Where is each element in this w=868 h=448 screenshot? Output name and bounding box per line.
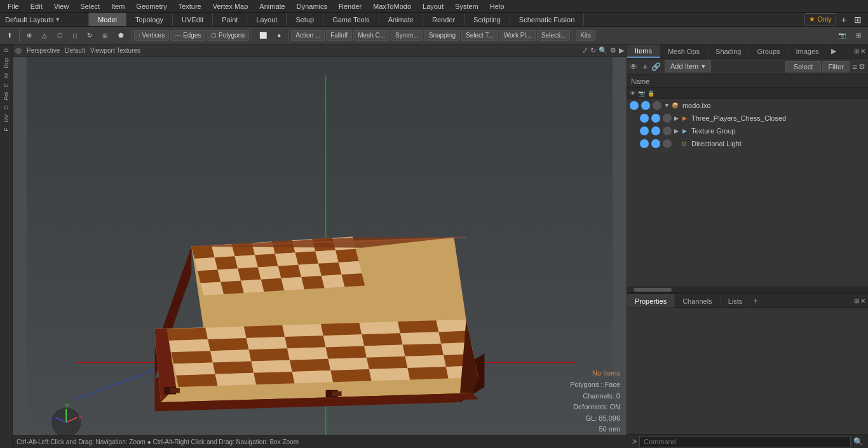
add-layout-icon[interactable]: + — [839, 15, 849, 25]
tool-cam-icon[interactable]: 📷 — [834, 30, 850, 41]
visibility-dot-root[interactable] — [630, 101, 639, 110]
lock-dot-chess[interactable] — [663, 114, 672, 123]
prop-add-icon[interactable]: + — [753, 297, 757, 306]
tool-mesh[interactable]: Mesh C... — [353, 30, 390, 41]
sidebar-item-c[interactable]: C — [3, 103, 10, 112]
tool-vertices[interactable]: · Vertices — [134, 30, 169, 41]
render-dot-chess[interactable] — [651, 114, 660, 123]
render-dot-texgroup[interactable] — [651, 126, 660, 135]
maximize-icon[interactable]: ⊞ — [851, 15, 864, 25]
tool-hex[interactable]: ⬡ — [53, 30, 67, 41]
menu-system[interactable]: System — [450, 1, 484, 11]
sidebar-item-d[interactable]: D — [3, 46, 10, 55]
panel-options-icon[interactable]: ≡ — [852, 62, 857, 72]
tool-rotate[interactable]: ↻ — [83, 30, 97, 41]
tool-symmetry[interactable]: Symm... — [391, 30, 423, 41]
tool-select-t[interactable]: Select T... — [461, 30, 498, 41]
visibility-icon[interactable]: 👁 — [630, 62, 637, 71]
tab-setup[interactable]: Setup — [287, 13, 323, 26]
tool-toggle[interactable]: ⬜ — [255, 30, 271, 41]
star-only-badge[interactable]: ★ Only — [804, 13, 836, 25]
select-button[interactable]: Select — [785, 61, 822, 72]
tool-square[interactable]: □ — [69, 30, 81, 41]
menu-render[interactable]: Render — [334, 1, 367, 11]
tab-gametools[interactable]: Game Tools — [323, 13, 379, 26]
panel-tab-groups[interactable]: Groups — [749, 44, 788, 58]
add-item-button[interactable]: Add Item ▾ — [665, 60, 711, 72]
tab-model[interactable]: Model — [89, 13, 126, 26]
menu-layout[interactable]: Layout — [417, 1, 449, 11]
viewport[interactable]: Perspective Default Viewport Textures ⤢ … — [13, 44, 627, 448]
sidebar-item-e[interactable]: E — [3, 81, 10, 90]
prop-undock-icon[interactable]: ⊞ — [854, 297, 859, 304]
panel-tabs-more-icon[interactable]: ▶ — [829, 47, 839, 55]
panel-undock-icon[interactable]: ⊞ — [854, 48, 859, 55]
tool-snapping[interactable]: Snapping — [424, 30, 460, 41]
tab-scripting[interactable]: Scripting — [465, 13, 510, 26]
panel-gear-icon[interactable]: ⚙ — [858, 62, 865, 71]
scene-item-light[interactable]: ▶ ⊙ Directional Light — [627, 137, 868, 150]
menu-vertexmap[interactable]: Vertex Map — [208, 1, 254, 11]
viewport-texture-label[interactable]: Viewport Textures — [90, 47, 140, 54]
sidebar-item-m[interactable]: M — [3, 71, 10, 81]
menu-edit[interactable]: Edit — [25, 1, 48, 11]
tool-sphere[interactable]: ● — [273, 30, 285, 41]
menu-item[interactable]: Item — [106, 1, 130, 11]
tool-ring[interactable]: ◎ — [98, 30, 112, 41]
viewport-canvas[interactable]: X Y Z No Items Polygons : Face Channels:… — [13, 57, 627, 448]
tool-triangle[interactable]: △ — [37, 30, 51, 41]
viewport-settings-icon[interactable]: ⚙ — [610, 46, 616, 55]
lock-dot-light[interactable] — [663, 139, 672, 148]
tool-circle[interactable]: ⊕ — [22, 30, 36, 41]
tab-schematic[interactable]: Schematic Fusion — [510, 13, 584, 26]
menu-select[interactable]: Select — [75, 1, 105, 11]
render-dot-light[interactable] — [651, 139, 660, 148]
panel-tab-images[interactable]: Images — [789, 44, 827, 58]
tab-render[interactable]: Render — [423, 13, 465, 26]
tab-paint[interactable]: Paint — [213, 13, 247, 26]
sidebar-item-dup[interactable]: Dup — [3, 55, 10, 71]
visibility-dot-chess[interactable] — [640, 114, 649, 123]
expand-root-icon[interactable]: ▼ — [664, 102, 670, 109]
sidebar-item-uv[interactable]: UV — [3, 112, 10, 125]
viewport-shading-label[interactable]: Default — [65, 47, 85, 54]
viewport-more-icon[interactable]: ▶ — [619, 46, 624, 55]
viewport-rotate-icon[interactable]: ↻ — [590, 46, 596, 55]
tool-kits[interactable]: Kits — [576, 30, 595, 41]
panel-close-icon[interactable]: ✕ — [860, 48, 865, 55]
command-input[interactable] — [639, 436, 851, 447]
tool-selection[interactable]: Selecti... — [537, 30, 570, 41]
prop-tab-properties[interactable]: Properties — [627, 294, 675, 308]
menu-maxtomodo[interactable]: MaxToModo — [368, 1, 416, 11]
panel-tab-meshops[interactable]: Mesh Ops — [660, 44, 708, 58]
prop-close-icon[interactable]: ✕ — [860, 297, 865, 304]
menu-help[interactable]: Help — [485, 1, 510, 11]
tool-polygons[interactable]: ⬡ Polygons — [207, 30, 249, 41]
tool-workplane[interactable]: Work Pl... — [499, 30, 536, 41]
menu-texture[interactable]: Texture — [173, 1, 207, 11]
scene-item-texgroup[interactable]: ▶ ▶ Texture Group — [627, 125, 868, 137]
link-icon[interactable]: 🔗 — [651, 62, 661, 71]
sidebar-item-pol[interactable]: Pol — [3, 90, 10, 103]
viewport-fit-icon[interactable]: ⤢ — [582, 46, 588, 55]
expand-texgroup-icon[interactable]: ▶ — [674, 128, 679, 134]
panel-tab-items[interactable]: Items — [627, 44, 660, 58]
visibility-dot-texgroup[interactable] — [640, 126, 649, 135]
tool-edges[interactable]: ― Edges — [170, 30, 205, 41]
menu-file[interactable]: File — [3, 1, 24, 11]
tab-animate[interactable]: Animate — [379, 13, 423, 26]
filter-button[interactable]: Filter — [822, 61, 849, 72]
add-item-icon[interactable]: + — [640, 62, 650, 72]
tool-action[interactable]: Action ... — [291, 30, 325, 41]
viewport-perspective-label[interactable]: Perspective — [27, 47, 60, 54]
panel-tab-shading[interactable]: Shading — [708, 44, 749, 58]
tab-layout[interactable]: Layout — [247, 13, 287, 26]
lock-dot-root[interactable] — [653, 101, 661, 110]
menu-dynamics[interactable]: Dynamics — [292, 1, 332, 11]
command-search-icon[interactable]: 🔍 — [851, 437, 865, 446]
expand-chess-icon[interactable]: ▶ — [674, 115, 679, 121]
layout-dropdown[interactable]: Default Layouts ▾ — [0, 13, 89, 26]
render-dot-root[interactable] — [641, 101, 650, 110]
prop-tab-lists[interactable]: Lists — [721, 294, 751, 308]
menu-animate[interactable]: Animate — [254, 1, 290, 11]
